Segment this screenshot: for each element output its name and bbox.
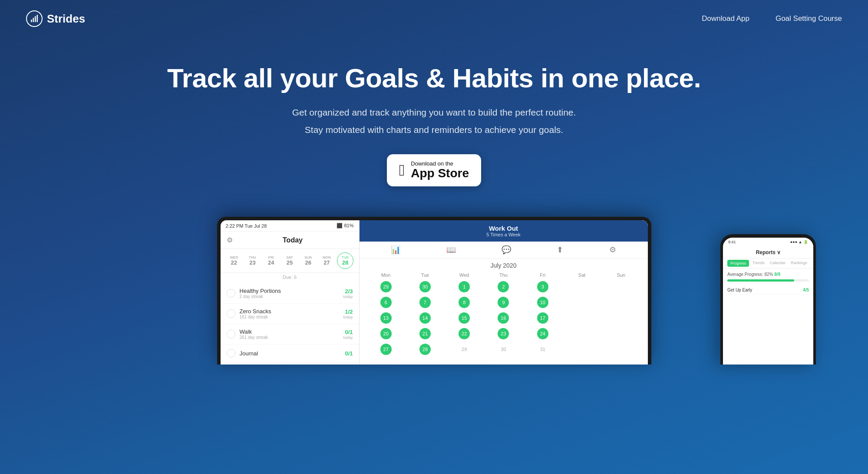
tablet-screen: 2:22 PM Tue Jul 28 ⬛ 81% ⚙ Today WED 22 … <box>221 220 648 365</box>
phone-settings-icon[interactable]: ⚙ <box>727 248 733 256</box>
phone-screen: 9:41 ●●● ▲ 🔋 ⚙ Reports ∨ ✏ Progress Tren… <box>723 238 813 365</box>
goal-score: 4/5 <box>803 288 809 292</box>
share-tab-icon[interactable]: ⬆ <box>557 245 563 255</box>
calendar-row: 27 28 29 30 31 <box>366 343 641 356</box>
cal-cell <box>601 296 640 309</box>
download-app-link[interactable]: Download App <box>702 14 749 23</box>
avg-score: 8/9 <box>774 272 780 277</box>
cal-cell: 22 <box>445 327 484 340</box>
logo-icon <box>26 10 43 27</box>
tablet-left-panel: 2:22 PM Tue Jul 28 ⬛ 81% ⚙ Today WED 22 … <box>221 220 360 365</box>
workout-tabs: 📊 📖 💬 ⬆ ⚙ <box>360 242 648 259</box>
date-mon[interactable]: MON 27 <box>318 252 335 269</box>
habit-info: Healthy Portions 2 day streak <box>240 288 339 299</box>
cal-cell <box>562 280 601 293</box>
calendar-row: 6 7 8 9 10 <box>366 296 641 309</box>
hero-cta:  Download on the App Store <box>9 154 859 186</box>
habit-item[interactable]: Journal 0/1 <box>221 345 359 362</box>
logo-svg <box>30 14 39 23</box>
habit-item[interactable]: Walk 261 day streak 0/1 today <box>221 324 359 345</box>
habit-progress: 1/2 today <box>343 308 353 319</box>
tab-rankings[interactable]: Rankings <box>788 259 810 268</box>
tab-calendar[interactable]: Calendar <box>767 259 789 268</box>
cal-cell <box>562 343 601 356</box>
phone-tabs: Progress Trends Calendar Rankings <box>723 259 813 268</box>
cal-cell: 1 <box>445 280 484 293</box>
goal-name: Get Up Early <box>727 288 752 292</box>
cal-cell: 30 <box>406 280 445 293</box>
comment-tab-icon[interactable]: 💬 <box>502 245 511 255</box>
habit-item[interactable]: Healthy Portions 2 day streak 2/3 today <box>221 283 359 304</box>
progress-bar-outer <box>727 279 809 282</box>
cal-cell: 16 <box>484 312 523 325</box>
workout-title: Work Out <box>364 225 644 232</box>
habit-check-circle <box>227 330 235 338</box>
habit-check-circle <box>227 289 235 298</box>
tablet-status-bar: 2:22 PM Tue Jul 28 ⬛ 81% <box>221 220 359 232</box>
cal-cell <box>601 327 640 340</box>
svg-rect-2 <box>35 16 36 22</box>
calendar-row: 13 14 15 16 17 <box>366 312 641 325</box>
date-thu[interactable]: THU 23 <box>244 252 261 269</box>
date-sun[interactable]: SUN 26 <box>300 252 317 269</box>
progress-bar-inner <box>727 279 794 282</box>
logo[interactable]: Strides <box>26 10 85 27</box>
cal-cell <box>601 312 640 325</box>
chart-tab-icon[interactable]: 📊 <box>391 245 400 255</box>
tablet-header: ⚙ Today <box>221 232 359 249</box>
app-store-button[interactable]:  Download on the App Store <box>387 154 481 186</box>
cal-cell: 2 <box>484 280 523 293</box>
cal-cell: 23 <box>484 327 523 340</box>
cal-cell: 17 <box>523 312 562 325</box>
due-label: Due: 6 <box>221 273 359 282</box>
tablet-battery: ⬛ 81% <box>337 223 353 229</box>
date-tue-active[interactable]: TUE 28 <box>337 252 353 269</box>
goal-row[interactable]: Get Up Early 4/5 <box>727 286 809 295</box>
settings-tab-icon[interactable]: ⚙ <box>609 245 616 255</box>
tab-trends[interactable]: Trends <box>750 259 767 268</box>
cal-cell: 15 <box>445 312 484 325</box>
header: Strides Download App Goal Setting Course <box>0 0 868 37</box>
brand-name: Strides <box>47 12 85 26</box>
cal-cell <box>562 327 601 340</box>
cal-cell: 29 <box>445 343 484 356</box>
calendar-month: July 2020 <box>360 259 648 272</box>
habit-item[interactable]: Zero Snacks 161 day streak 1/2 today <box>221 304 359 324</box>
svg-rect-0 <box>31 20 32 22</box>
cal-cell: 8 <box>445 296 484 309</box>
calendar-grid: Mon Tue Wed Thu Fri Sat Sun 29 30 1 2 <box>360 272 648 356</box>
phone-edit-icon[interactable]: ✏ <box>803 248 809 256</box>
date-fri[interactable]: FRI 24 <box>263 252 279 269</box>
cal-cell <box>562 296 601 309</box>
habit-check-circle <box>227 349 235 358</box>
cal-cell: 28 <box>406 343 445 356</box>
cal-cell: 6 <box>366 296 406 309</box>
reports-label[interactable]: Reports ∨ <box>756 249 781 255</box>
cal-cell <box>601 343 640 356</box>
cal-cell: 27 <box>366 343 406 356</box>
hero-sub2: Stay motivated with charts and reminders… <box>9 123 859 137</box>
today-title: Today <box>283 236 303 244</box>
date-wed[interactable]: WED 22 <box>226 252 242 269</box>
phone-time: 9:41 <box>728 240 736 244</box>
settings-icon[interactable]: ⚙ <box>227 236 233 244</box>
app-store-big-text: App Store <box>411 167 469 180</box>
cal-cell: 21 <box>406 327 445 340</box>
cal-cell: 7 <box>406 296 445 309</box>
date-sat[interactable]: SAT 25 <box>281 252 298 269</box>
habit-progress: 2/3 today <box>343 288 353 299</box>
calendar-row: 20 21 22 23 24 <box>366 327 641 340</box>
average-progress: Average Progress: 82% 8/9 <box>727 272 809 277</box>
phone-mockup: 9:41 ●●● ▲ 🔋 ⚙ Reports ∨ ✏ Progress Tren… <box>720 234 816 365</box>
cal-cell: 13 <box>366 312 406 325</box>
device-section: 2:22 PM Tue Jul 28 ⬛ 81% ⚙ Today WED 22 … <box>0 199 868 365</box>
cal-cell: 20 <box>366 327 406 340</box>
book-tab-icon[interactable]: 📖 <box>446 245 456 255</box>
calendar-header-row: Mon Tue Wed Thu Fri Sat Sun <box>366 272 641 278</box>
cal-cell: 29 <box>366 280 406 293</box>
habit-info: Walk 261 day streak <box>240 328 339 340</box>
goal-setting-link[interactable]: Goal Setting Course <box>776 14 842 23</box>
cal-cell: 24 <box>523 327 562 340</box>
svg-rect-1 <box>33 18 34 22</box>
tab-progress[interactable]: Progress <box>727 260 749 267</box>
